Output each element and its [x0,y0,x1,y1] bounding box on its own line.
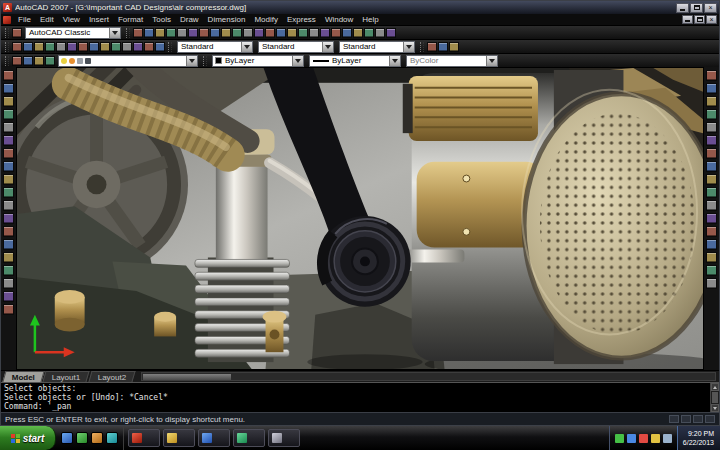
menu-item[interactable]: Tools [148,15,175,24]
layout-tab[interactable]: Layout1 [43,371,91,382]
dimension-style-dropdown[interactable]: Standard [258,41,334,53]
layer-properties-manager-icon[interactable] [12,56,22,66]
toolbar-grip[interactable] [203,56,207,66]
menu-item[interactable]: Insert [85,15,113,24]
drawing-viewport[interactable] [16,67,704,370]
dimension-linear-icon[interactable] [12,42,22,52]
workspaces-icon[interactable] [12,28,22,38]
layout-tab[interactable]: Layout2 [88,371,136,382]
scroll-down-button[interactable] [711,404,719,412]
menu-item[interactable]: Window [321,15,357,24]
menu-item[interactable]: Modify [250,15,282,24]
undo-icon[interactable] [254,28,264,38]
save-icon[interactable] [155,28,165,38]
center-mark-icon[interactable] [122,42,132,52]
publish-icon[interactable] [188,28,198,38]
break-at-point-icon[interactable] [706,213,717,224]
point-icon[interactable] [3,239,14,250]
menu-item[interactable]: Draw [176,15,203,24]
taskbar-document-button[interactable] [198,429,230,447]
menu-item[interactable]: File [14,15,35,24]
help-icon[interactable] [386,28,396,38]
toolbar-grip[interactable] [5,28,9,38]
polyline-icon[interactable] [3,96,14,107]
tool-palettes-icon[interactable] [342,28,352,38]
designcenter-icon[interactable] [331,28,341,38]
array-icon[interactable] [706,122,717,133]
taskbar-messenger-button[interactable] [233,429,265,447]
baseline-dimension-icon[interactable] [78,42,88,52]
color-dropdown[interactable]: ByLayer [212,55,304,67]
rotate-icon[interactable] [706,148,717,159]
start-button[interactable]: start [0,426,56,450]
layer-states-manager-icon[interactable] [23,56,33,66]
status-toggle[interactable] [669,415,679,423]
close-button[interactable]: × [704,3,717,13]
gradient-icon[interactable] [3,265,14,276]
menu-item[interactable]: Express [283,15,320,24]
quick-launch-browser-icon[interactable] [61,432,73,444]
trim-icon[interactable] [706,187,717,198]
dimension-edit-icon[interactable] [133,42,143,52]
menu-item[interactable]: Edit [36,15,58,24]
text-style-icon[interactable] [427,42,437,52]
horizontal-scrollbar[interactable] [141,372,716,381]
taskbar-autocad-button[interactable] [128,429,160,447]
command-window[interactable]: Select objects:Select objects or [Undo]:… [1,382,719,412]
quick-leader-icon[interactable] [100,42,110,52]
copy-clip-icon[interactable] [210,28,220,38]
zoom-realtime-icon[interactable] [287,28,297,38]
dimension-text-edit-icon[interactable] [144,42,154,52]
toolbar-grip[interactable] [168,42,172,52]
make-object-layer-current-icon[interactable] [34,56,44,66]
linetype-dropdown[interactable]: ByLayer [309,55,401,67]
dimension-style-dropdown-arrow[interactable] [322,42,333,52]
menu-item[interactable]: Format [114,15,147,24]
taskbar-folder-button[interactable] [163,429,195,447]
break-icon[interactable] [706,226,717,237]
move-icon[interactable] [706,135,717,146]
quick-launch-explorer-icon[interactable] [91,432,103,444]
qnew-icon[interactable] [133,28,143,38]
tolerance-icon[interactable] [111,42,121,52]
workspace-dropdown-arrow[interactable] [109,28,120,38]
scrollbar-thumb[interactable] [143,374,231,380]
match-properties-icon[interactable] [232,28,242,38]
hatch-icon[interactable] [3,252,14,263]
circle-icon[interactable] [3,148,14,159]
plot-preview-icon[interactable] [177,28,187,38]
erase-icon[interactable] [706,70,717,81]
table-style-dropdown[interactable]: Standard [339,41,415,53]
text-style-dropdown-arrow[interactable] [241,42,252,52]
toolbar-grip[interactable] [5,42,9,52]
markup-set-manager-icon[interactable] [364,28,374,38]
plot-style-dropdown-arrow[interactable] [486,56,497,66]
dimension-update-icon[interactable] [155,42,165,52]
taskbar-explorer-button[interactable] [268,429,300,447]
menu-item[interactable]: View [59,15,84,24]
spline-icon[interactable] [3,174,14,185]
layout-tab[interactable]: Model [2,371,44,382]
quick-dimension-icon[interactable] [67,42,77,52]
cut-icon[interactable] [199,28,209,38]
copy-icon[interactable] [706,83,717,94]
command-scrollbar[interactable] [710,383,719,412]
continue-dimension-icon[interactable] [89,42,99,52]
zoom-previous-icon[interactable] [309,28,319,38]
workspace-dropdown[interactable]: AutoCAD Classic [25,27,121,39]
restore-button[interactable] [690,3,703,13]
sheet-set-manager-icon[interactable] [353,28,363,38]
status-toggle[interactable] [681,415,691,423]
toolbar-grip[interactable] [126,28,130,38]
explode-icon[interactable] [706,278,717,289]
plot-style-dropdown[interactable]: ByColor [406,55,498,67]
menu-item[interactable]: Help [358,15,382,24]
layer-previous-icon[interactable] [45,56,55,66]
quickcalc-icon[interactable] [375,28,385,38]
doc-close-button[interactable]: × [706,15,717,24]
scrollbar-thumb[interactable] [712,392,718,403]
offset-icon[interactable] [706,109,717,120]
tray-updates-icon[interactable] [639,434,648,443]
extend-icon[interactable] [706,200,717,211]
render-icon[interactable] [438,42,448,52]
